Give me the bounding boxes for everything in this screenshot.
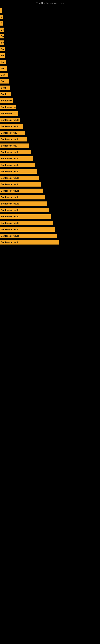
site-title: TheBottlenecker.com: [0, 0, 100, 6]
bar-row: Bottleneck result: [0, 220, 100, 226]
bar-label: Bottleneck result: [1, 125, 19, 128]
bar-row: Bottl: [0, 85, 100, 90]
bar-row: Bottle: [0, 91, 100, 97]
bar-label: Bot: [1, 54, 4, 57]
bar-row: Bottleneck result: [0, 233, 100, 239]
bar-item: Bottleneck result: [0, 169, 37, 174]
bar-item: Bottleneck result: [0, 227, 55, 232]
bar-label: Bottleneck result: [1, 158, 19, 160]
bar-item: Bot: [0, 60, 6, 64]
bar-row: Bottleneck result: [0, 117, 100, 123]
bar-row: Bottleneck result: [0, 194, 100, 200]
bar-row: Bottleneck resu: [0, 143, 100, 148]
bar-item: Bottleneck result: [0, 234, 57, 238]
bar-item: Bott: [0, 79, 9, 84]
bar-label: Bottleneck result: [1, 164, 19, 166]
bar-item: Bo: [0, 28, 3, 32]
bar-item: Bottleneck result: [0, 163, 35, 167]
bar-row: Bot: [0, 40, 100, 46]
bar-item: Bot: [0, 66, 7, 71]
bar-item: Bo: [0, 34, 4, 38]
bar-item: Bottleneck result: [0, 118, 20, 122]
bar-row: Bot: [0, 53, 100, 58]
bar-item: Bottleneck resu: [0, 144, 29, 148]
bar-label: Bo: [1, 28, 3, 31]
bar-item: Bottleneck result: [0, 208, 49, 212]
bar-row: Bot: [0, 46, 100, 52]
bar-item: [0, 8, 2, 13]
bar-label: Bottleneck result: [1, 215, 19, 218]
bar-label: Bottle: [1, 93, 7, 96]
bar-label: Bottleneck resu: [1, 106, 16, 108]
bar-item: Bottleneck result: [0, 214, 51, 219]
bar-label: Bottleneck result: [1, 209, 19, 211]
bar-item: Bottleneck result: [0, 202, 47, 206]
bar-row: Bottleneck resu: [0, 104, 100, 110]
bar-row: Bot: [0, 59, 100, 65]
bar-item: Bott: [0, 73, 8, 77]
bar-label: Bott: [1, 80, 5, 82]
bar-label: Bottleneck result: [1, 241, 19, 244]
bar-label: Bottleneck result: [1, 170, 19, 173]
bar-row: Bottleneck result: [0, 149, 100, 155]
bar-item: Bot: [0, 53, 5, 58]
bars-container: EBBoBoBotBotBotBotBotBottBottBottlBottle…: [0, 6, 100, 246]
bar-item: Bottleneck result: [0, 240, 59, 244]
bar-item: Bottleneck resu: [0, 105, 16, 109]
bar-item: Bottle: [0, 92, 11, 96]
bar-row: E: [0, 14, 100, 20]
bar-label: Bottleneck result: [1, 151, 19, 153]
bar-label: Bottleneck resu: [1, 144, 17, 147]
bar-row: Bot: [0, 66, 100, 71]
bar-label: Bot: [1, 48, 4, 50]
bar-label: Bottleneck result: [1, 235, 19, 237]
bar-label: Bottl: [1, 86, 6, 89]
bar-row: Bottleneck: [0, 98, 100, 104]
bar-row: Bottleneck result: [0, 169, 100, 174]
bar-row: Bott: [0, 78, 100, 84]
bar-item: Bottleneck result: [0, 150, 31, 154]
bar-item: Bottleneck result: [0, 176, 39, 180]
bar-item: Bottleneck result: [0, 156, 33, 161]
bar-item: B: [0, 21, 3, 26]
bar-row: Bottleneck result: [0, 226, 100, 232]
bar-row: Bottleneck result: [0, 240, 100, 245]
bar-item: Bottleneck result: [0, 195, 45, 200]
bar-item: Bottleneck result: [0, 182, 41, 186]
bar-row: Bottleneck result: [0, 214, 100, 219]
bar-label: E: [1, 16, 2, 18]
bar-item: Bottleneck result: [0, 188, 43, 193]
bar-item: Bot: [0, 40, 4, 45]
bar-label: Bottleneck result: [1, 190, 19, 192]
bar-row: Bottleneck result: [0, 175, 100, 181]
bar-label: Bot: [1, 67, 4, 70]
bar-row: Bo: [0, 27, 100, 32]
page-wrapper: TheBottlenecker.com EBBoBoBotBotBotBotBo…: [0, 0, 100, 246]
bar-row: Bottleneck result: [0, 201, 100, 206]
bar-row: Bottleneck result: [0, 182, 100, 187]
bar-row: Bottleneck result: [0, 188, 100, 194]
bar-item: Bottleneck result: [0, 221, 53, 225]
bar-row: Bottleneck resu: [0, 130, 100, 136]
bar-item: Bottl: [0, 86, 10, 90]
bar-label: Bottleneck resu: [1, 132, 17, 134]
bar-label: Bottleneck: [1, 100, 12, 102]
bar-row: Bottleneck result: [0, 162, 100, 168]
bar-row: B: [0, 20, 100, 26]
bar-label: B: [1, 22, 2, 24]
bar-label: Bo: [1, 35, 4, 38]
bar-row: Bottleneck result: [0, 156, 100, 162]
bar-row: Bottleneck result: [0, 207, 100, 213]
bar-label: Bot: [1, 61, 4, 63]
bar-row: Bottleneck result: [0, 124, 100, 129]
bar-item: Bottleneck resu: [0, 130, 25, 135]
bar-label: Bott: [1, 74, 5, 76]
bar-item: Bottleneck: [0, 98, 13, 103]
bar-row: [0, 8, 100, 13]
bar-label: Bottleneck result: [1, 222, 19, 224]
bar-item: Bottleneck result: [0, 137, 27, 142]
bar-row: Bo: [0, 34, 100, 39]
bar-row: Bottleneck r: [0, 111, 100, 116]
bar-label: Bottleneck result: [1, 119, 19, 121]
bar-label: Bottleneck result: [1, 228, 19, 231]
